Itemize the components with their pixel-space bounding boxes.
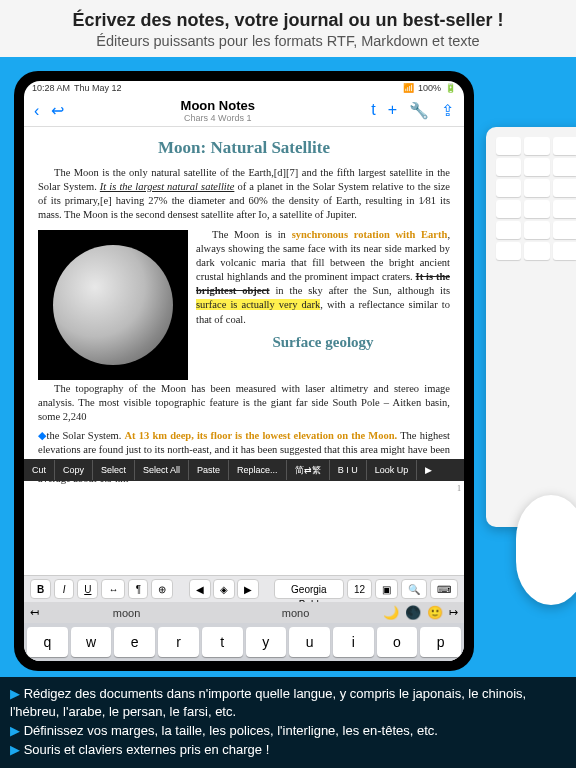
search-button[interactable]: 🔍: [401, 579, 427, 599]
char-button[interactable]: ⊕: [151, 579, 173, 599]
key-p[interactable]: p: [420, 627, 461, 657]
key-o[interactable]: o: [377, 627, 418, 657]
underline-button[interactable]: U: [77, 579, 98, 599]
key-u[interactable]: u: [289, 627, 330, 657]
ctx-more[interactable]: ▶: [417, 460, 440, 480]
back-button[interactable]: ‹: [34, 102, 39, 120]
external-mouse: [516, 495, 576, 605]
key-t[interactable]: t: [202, 627, 243, 657]
key-i[interactable]: i: [333, 627, 374, 657]
key-q[interactable]: q: [27, 627, 68, 657]
ctx-cut[interactable]: Cut: [24, 460, 55, 480]
ctx-copy[interactable]: Copy: [55, 460, 93, 480]
suggestion[interactable]: moon: [45, 607, 208, 619]
key-e[interactable]: e: [114, 627, 155, 657]
ipad-screen: 10:28 AMThu May 12 📶 100% 🔋 ‹ ↩ Moon Not…: [24, 81, 464, 661]
onscreen-keyboard: q w e r t y u i o p: [24, 623, 464, 661]
paragraph: The topography of the Moon has been meas…: [38, 382, 450, 425]
format-toolbar: B I U ↔ ¶ ⊕ ◀ ◈ ▶ Georgia Bold 12 ▣ 🔍 ⌨: [24, 575, 464, 602]
navbar: ‹ ↩ Moon Notes Chars 4 Words 1 t + 🔧 ⇪: [24, 95, 464, 127]
promo-title: Écrivez des notes, votre journal ou un b…: [12, 10, 564, 31]
external-keyboard: [486, 127, 576, 527]
tools-button[interactable]: 🔧: [409, 101, 429, 120]
promo-header: Écrivez des notes, votre journal ou un b…: [0, 0, 576, 57]
add-button[interactable]: +: [388, 101, 397, 120]
italic-button[interactable]: I: [54, 579, 74, 599]
suggestion-bar: ↤ moon mono 🌙 🌑 🙂 ↦: [24, 602, 464, 623]
emoji-moon[interactable]: 🌙: [383, 605, 399, 620]
font-size[interactable]: 12: [347, 579, 372, 599]
arrow-left-icon[interactable]: ↤: [30, 606, 39, 619]
promo-footer: ▶ Rédigez des documents dans n'importe q…: [0, 677, 576, 768]
doc-heading: Moon: Natural Satellite: [38, 137, 450, 160]
doc-stats: Chars 4 Words 1: [64, 113, 371, 123]
keyboard-toggle[interactable]: ⌨: [430, 579, 458, 599]
undo-button[interactable]: ↩: [51, 101, 64, 120]
strike-button[interactable]: ↔: [101, 579, 125, 599]
ctx-selectall[interactable]: Select All: [135, 460, 189, 480]
key-y[interactable]: y: [246, 627, 287, 657]
scene: 10:28 AMThu May 12 📶 100% 🔋 ‹ ↩ Moon Not…: [0, 57, 576, 685]
context-menu: Cut Copy Select Select All Paste Replace…: [24, 459, 464, 481]
bold-button[interactable]: B: [30, 579, 51, 599]
ctx-select[interactable]: Select: [93, 460, 135, 480]
suggestion[interactable]: mono: [214, 607, 377, 619]
status-bar: 10:28 AMThu May 12 📶 100% 🔋: [24, 81, 464, 95]
indent-button[interactable]: ¶: [128, 579, 148, 599]
ctx-convert[interactable]: 简⇄繁: [287, 460, 330, 480]
key-r[interactable]: r: [158, 627, 199, 657]
ctx-replace[interactable]: Replace...: [229, 460, 287, 480]
ipad-device: 10:28 AMThu May 12 📶 100% 🔋 ‹ ↩ Moon Not…: [14, 71, 474, 671]
promo-subtitle: Éditeurs puissants pour les formats RTF,…: [12, 33, 564, 49]
font-picker[interactable]: Georgia Bold: [274, 579, 344, 599]
key-w[interactable]: w: [71, 627, 112, 657]
color-button[interactable]: ▣: [375, 579, 398, 599]
ctx-lookup[interactable]: Look Up: [367, 460, 418, 480]
ctx-paste[interactable]: Paste: [189, 460, 229, 480]
share-button[interactable]: ⇪: [441, 101, 454, 120]
emoji-face[interactable]: 🙂: [427, 605, 443, 620]
document-body[interactable]: Moon: Natural Satellite The Moon is the …: [24, 127, 464, 575]
typography-button[interactable]: t: [371, 101, 375, 120]
moon-image: [38, 230, 188, 380]
ctx-biu[interactable]: B I U: [330, 460, 367, 480]
paragraph: The Moon is the only natural satellite o…: [38, 166, 450, 223]
nav-left-button[interactable]: ◀: [189, 579, 211, 599]
doc-title: Moon Notes: [64, 98, 371, 113]
nav-right-button[interactable]: ▶: [237, 579, 259, 599]
emoji-newmoon[interactable]: 🌑: [405, 605, 421, 620]
nav-center-button[interactable]: ◈: [213, 579, 235, 599]
arrow-right-icon[interactable]: ↦: [449, 606, 458, 619]
